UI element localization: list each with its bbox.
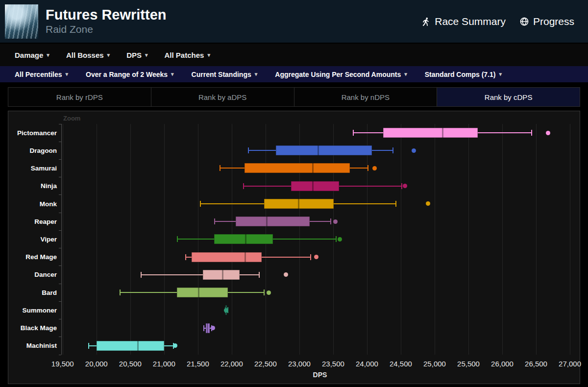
filter-current-standings[interactable]: Current Standings▾ (192, 71, 258, 78)
box[interactable] (276, 145, 372, 155)
box[interactable] (236, 217, 309, 226)
race-summary-link[interactable]: Race Summary (421, 16, 506, 27)
outlier-dot[interactable] (372, 166, 377, 170)
job-label-red-mage: Red Mage (10, 248, 57, 266)
outlier-dot[interactable] (333, 219, 338, 224)
caret-down-icon: ▾ (66, 72, 69, 77)
tab-rank-by-adps[interactable]: Rank by aDPS (151, 88, 294, 106)
whisker-cap (330, 218, 331, 224)
job-row-dancer: Dancer (61, 266, 579, 284)
x-tick-label: 26,000 (491, 360, 514, 368)
whisker-cap (200, 201, 201, 207)
box[interactable] (383, 128, 478, 138)
filter-aggregate-using-per-second-amounts[interactable]: Aggregate Using Per Second Amounts▾ (275, 71, 407, 78)
median-line (137, 341, 139, 351)
x-tick-label: 20,000 (85, 360, 108, 368)
filter-label: Standard Comps (7.1) (425, 71, 496, 78)
filter-standard-comps-7-1[interactable]: Standard Comps (7.1)▾ (425, 71, 502, 78)
filter-label: Aggregate Using Per Second Amounts (275, 71, 401, 78)
header: Futures Rewritten Raid Zone Race Summary… (0, 0, 588, 44)
caret-down-icon: ▾ (404, 72, 407, 77)
outlier-dot[interactable] (173, 343, 177, 348)
box[interactable] (97, 341, 164, 351)
outlier-dot[interactable] (267, 290, 271, 295)
globe-icon (519, 17, 529, 26)
box[interactable] (203, 270, 240, 280)
outlier-dot[interactable] (412, 148, 416, 153)
caret-down-icon: ▾ (499, 72, 502, 77)
job-row-red-mage: Red Mage (61, 248, 579, 266)
whisker-cap (259, 272, 260, 278)
x-tick-label: 25,500 (457, 360, 480, 368)
filter-label: All Bosses (66, 51, 104, 59)
filter-bar-primary: Damage▾All Bosses▾DPS▾All Patches▾ (0, 44, 588, 66)
tab-rank-by-ndps[interactable]: Rank by nDPS (294, 88, 437, 106)
whisker-cap (336, 236, 337, 242)
job-label-dragoon: Dragoon (10, 142, 57, 159)
median-line (298, 199, 299, 209)
whisker-cap (88, 343, 89, 349)
x-tick-label: 24,000 (356, 360, 378, 368)
median-line (442, 128, 443, 138)
whisker (141, 274, 259, 275)
whisker-cap (220, 165, 220, 171)
box[interactable] (245, 163, 350, 173)
zoom-label: Zoom (63, 115, 80, 122)
filter-over-a-range-of-2-weeks[interactable]: Over a Range of 2 Weeks▾ (86, 71, 174, 78)
whisker-cap (353, 130, 354, 136)
rank-tabs: Rank by rDPSRank by aDPSRank by nDPSRank… (8, 87, 580, 107)
whisker-cap (203, 325, 204, 331)
job-label-monk: Monk (10, 195, 57, 213)
filter-label: Damage (15, 51, 43, 59)
whisker-cap (120, 290, 121, 295)
job-row-viper: Viper (61, 230, 579, 248)
x-tick-label: 21,500 (187, 360, 209, 368)
median-line (312, 181, 314, 191)
title-block: Futures Rewritten Raid Zone (46, 7, 167, 36)
outlier-dot[interactable] (403, 184, 407, 188)
outlier-dot[interactable] (211, 326, 215, 330)
runner-icon (421, 17, 431, 26)
job-label-pictomancer: Pictomancer (10, 124, 57, 142)
whisker-cap (392, 147, 393, 153)
whisker-cap (177, 236, 178, 242)
job-row-summoner: Summoner (61, 301, 579, 319)
outlier-dot[interactable] (426, 201, 430, 206)
outlier-dot[interactable] (338, 237, 342, 242)
outlier-dot[interactable] (546, 131, 550, 135)
whisker-cap (395, 201, 396, 207)
filter-all-patches[interactable]: All Patches▾ (165, 51, 210, 59)
tab-rank-by-rdps[interactable]: Rank by rDPS (8, 88, 151, 106)
median-line (318, 145, 319, 155)
median-line (245, 252, 246, 262)
median-line (207, 323, 208, 333)
whisker-cap (248, 147, 249, 153)
filter-damage[interactable]: Damage▾ (15, 51, 49, 59)
caret-down-icon: ▾ (255, 72, 258, 77)
filter-all-percentiles[interactable]: All Percentiles▾ (15, 71, 68, 78)
outlier-dot[interactable] (224, 308, 228, 313)
box[interactable] (192, 252, 261, 262)
filter-label: DPS (126, 51, 142, 59)
job-label-ninja: Ninja (10, 177, 57, 195)
x-tick-label: 23,500 (322, 360, 344, 368)
zone-thumbnail-image (5, 4, 38, 39)
outlier-dot[interactable] (314, 255, 318, 259)
filter-dps[interactable]: DPS▾ (126, 51, 147, 59)
filter-all-bosses[interactable]: All Bosses▾ (66, 51, 110, 59)
box[interactable] (291, 181, 339, 191)
box[interactable] (177, 288, 228, 297)
median-line (245, 234, 246, 244)
x-tick-label: 25,000 (423, 360, 446, 368)
header-nav: Race Summary Progress (421, 16, 574, 27)
box[interactable] (214, 234, 273, 244)
filter-bar-secondary: All Percentiles▾Over a Range of 2 Weeks▾… (0, 66, 588, 82)
job-label-samurai: Samurai (10, 159, 57, 177)
tab-rank-by-cdps[interactable]: Rank by cDPS (437, 88, 580, 106)
job-label-bard: Bard (10, 284, 57, 301)
job-row-machinist: Machinist (61, 337, 579, 355)
outlier-dot[interactable] (284, 272, 288, 277)
progress-link[interactable]: Progress (519, 16, 574, 27)
page-subtitle: Raid Zone (46, 24, 167, 35)
race-summary-label: Race Summary (435, 16, 506, 27)
